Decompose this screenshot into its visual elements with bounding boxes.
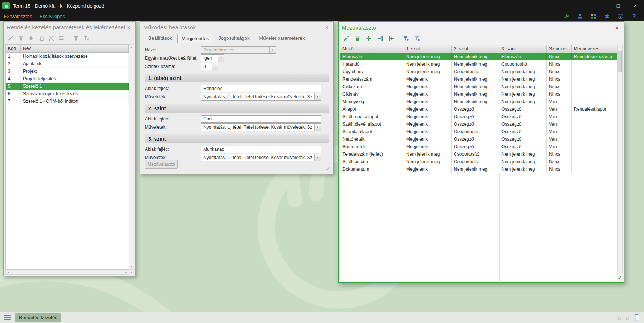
query-row[interactable]: 3 Projekt bbox=[6, 68, 129, 75]
cell-nev: Holnapi kiszállítások szervezése bbox=[21, 53, 129, 60]
operations-select[interactable]: Nyomtatás, Új tétel, Tétel törlése, Kosá… bbox=[201, 154, 321, 161]
settings-tab[interactable]: Megjelenítés bbox=[177, 34, 213, 43]
tools-icon[interactable] bbox=[47, 34, 55, 42]
column-header-megnevezes[interactable]: Megnevezés bbox=[572, 45, 617, 53]
levels-select[interactable]: 3 ▼ bbox=[201, 63, 218, 70]
filter-off-icon[interactable] bbox=[413, 35, 420, 42]
field-row[interactable]: Dokumentum Megjelenik Nem jelenik meg Ne… bbox=[340, 165, 617, 173]
cell-megnevezes: Rendelésállapot bbox=[572, 105, 617, 113]
close-button[interactable]: × bbox=[627, 0, 644, 11]
operation-settings-close-icon[interactable]: × bbox=[323, 24, 330, 30]
column-header-szinezes[interactable]: Színezés bbox=[547, 45, 572, 53]
transfer-icon[interactable] bbox=[603, 12, 611, 20]
field-row[interactable]: Szállítás cím Nem jelenik meg Csoportosí… bbox=[340, 158, 617, 165]
field-row[interactable]: Rendelésszám Megjelenik Nem jelenik meg … bbox=[340, 75, 617, 83]
nav-prev-icon[interactable]: « bbox=[617, 314, 621, 321]
scroll-up-icon[interactable]: ▲ bbox=[618, 45, 622, 50]
operations-select[interactable]: Nyomtatás, Új tétel, Tétel törlése, Kosá… bbox=[201, 93, 321, 101]
edit-icon[interactable] bbox=[342, 35, 350, 42]
scroll-left-icon[interactable]: ◄ bbox=[6, 270, 11, 275]
column-header-szint1[interactable]: 1. szint bbox=[404, 45, 452, 53]
user-icon[interactable] bbox=[576, 12, 584, 20]
modules-icon[interactable] bbox=[590, 12, 597, 20]
field-row[interactable]: Cikkszám Megjelenik Nem jelenik meg Nem … bbox=[340, 83, 617, 90]
cell-nev: Szervíz igények lekérdezés bbox=[21, 90, 129, 98]
document-icon[interactable] bbox=[634, 314, 640, 321]
window-header-input[interactable]: Rendelés bbox=[201, 85, 321, 92]
field-row[interactable]: Nettó érték Megjelenik Összegző Összegző… bbox=[340, 135, 617, 143]
operations-select[interactable]: Nyomtatás, Új tétel, Tétel törlése, Kosá… bbox=[201, 123, 321, 131]
window-header-input[interactable]: Cím bbox=[201, 115, 321, 123]
field-row[interactable]: Határidő Nem jelenik meg Nem jelenik meg… bbox=[340, 60, 617, 68]
field-row[interactable]: Ügyfél név Nem jelenik meg Csoportosító … bbox=[340, 68, 617, 75]
resize-grip[interactable]: ► bbox=[129, 270, 134, 275]
delete-icon[interactable] bbox=[17, 34, 24, 42]
field-row[interactable]: Feladatszám (fejléc) Nem jelenik meg Cso… bbox=[340, 150, 617, 158]
filter-clear-icon[interactable] bbox=[82, 34, 90, 42]
filter-icon[interactable] bbox=[72, 34, 80, 42]
nav-next-icon[interactable]: » bbox=[626, 314, 630, 321]
view-select[interactable]: Alapértelmezés ▼ bbox=[201, 46, 276, 54]
levels-value: 3 bbox=[201, 64, 212, 69]
close-glyph: × bbox=[615, 24, 619, 31]
add-icon[interactable] bbox=[365, 35, 372, 42]
column-header-szint3[interactable]: 3. szint bbox=[499, 45, 547, 53]
field-row[interactable]: Állapot Megjelenik Összegző Összegző Van… bbox=[340, 105, 617, 113]
settings-tab[interactable]: Jogosultságok bbox=[214, 33, 254, 43]
edit-icon[interactable] bbox=[7, 34, 14, 42]
field-row[interactable]: Elemszám Nem jelenik meg Nem jelenik meg… bbox=[340, 53, 617, 60]
column-header-nev[interactable]: Név bbox=[21, 45, 129, 52]
scroll-right-icon[interactable]: ► bbox=[124, 270, 129, 275]
scrollbar-thumb[interactable] bbox=[618, 51, 622, 72]
horizontal-scrollbar[interactable]: ◄ ► bbox=[5, 270, 129, 275]
query-row[interactable]: 6 Szervíz igények lekérdezés bbox=[6, 90, 129, 98]
confirm-check-icon[interactable]: ✓ bbox=[326, 165, 330, 172]
field-selector-close-icon[interactable]: × bbox=[613, 24, 621, 31]
query-list-close-icon[interactable]: × bbox=[125, 24, 132, 30]
task-tab[interactable]: Rendelés kezelés bbox=[15, 313, 61, 322]
esc-shortcut[interactable]: Esc:Kilépés bbox=[39, 14, 65, 19]
menu-icon[interactable] bbox=[4, 315, 11, 320]
cell-megnevezes bbox=[572, 143, 617, 150]
scrollbar-track[interactable] bbox=[618, 50, 622, 268]
list-icon[interactable] bbox=[57, 34, 65, 42]
query-row[interactable]: 4 Projekt teljesítés bbox=[6, 75, 129, 83]
settings-tab[interactable]: Művelet paraméterek bbox=[255, 33, 309, 43]
query-row[interactable]: 2 Ajánlatok bbox=[6, 60, 129, 68]
field-selector-button[interactable]: Mezőválasztó bbox=[145, 160, 178, 169]
field-row[interactable]: Mennyiség Megjelenik Nem jelenik meg Nem… bbox=[340, 98, 617, 105]
field-row[interactable]: Száll.rend. állapot Megjelenik Összegző … bbox=[340, 113, 617, 120]
wrench-icon[interactable] bbox=[563, 12, 570, 20]
export-icon[interactable] bbox=[376, 35, 384, 42]
add-icon[interactable] bbox=[27, 34, 35, 42]
import-icon[interactable] bbox=[387, 35, 395, 42]
minimize-button[interactable]: – bbox=[592, 0, 609, 11]
window-header-input[interactable]: Munkanap bbox=[201, 146, 321, 153]
scroll-down-icon[interactable]: ▼ bbox=[618, 268, 622, 273]
settings-tab[interactable]: Beállítások bbox=[144, 33, 176, 43]
field-row[interactable]: Bruttó érték Megjelenik Összegző Összegz… bbox=[340, 143, 617, 150]
column-header-kod[interactable]: Kód bbox=[6, 45, 21, 52]
vertical-scrollbar[interactable]: ▲ ▼ bbox=[617, 45, 623, 273]
column-header-mezo[interactable]: Mező bbox=[340, 45, 404, 53]
app-logo-icon: n bbox=[2, 2, 10, 9]
query-row[interactable]: 5 Szerelő 1 bbox=[6, 83, 129, 90]
help-icon[interactable]: ? bbox=[630, 12, 638, 20]
vertical-scrollbar[interactable]: ▲ ▼ bbox=[129, 44, 134, 270]
query-row[interactable]: 1 Holnapi kiszállítások szervezése bbox=[6, 53, 129, 60]
info-icon[interactable] bbox=[617, 12, 624, 20]
delete-icon[interactable] bbox=[354, 35, 361, 42]
query-row[interactable]: 7 Szerelő 1 - CRM-ből indított bbox=[6, 98, 129, 105]
column-header-szint2[interactable]: 2. szint bbox=[452, 45, 499, 53]
custom-fields-select[interactable]: Igen ▼ bbox=[201, 54, 224, 62]
field-row[interactable]: Számla állapot Megjelenik Csoportosító Ö… bbox=[340, 128, 617, 135]
confirm-check-icon[interactable]: ✓ bbox=[617, 274, 623, 281]
maximize-button[interactable]: □ bbox=[609, 0, 627, 11]
field-row[interactable]: Szállítólevél állapot Megjelenik Összegz… bbox=[340, 120, 617, 128]
scroll-up-icon[interactable]: ▲ bbox=[129, 45, 134, 50]
f2-shortcut[interactable]: F2:Választás bbox=[4, 14, 32, 19]
scroll-down-icon[interactable]: ▼ bbox=[129, 264, 134, 269]
filter-icon[interactable] bbox=[402, 35, 409, 42]
copy-icon[interactable] bbox=[37, 34, 45, 42]
field-row[interactable]: Cikknév Megjelenik Nem jelenik meg Nem j… bbox=[340, 90, 617, 98]
